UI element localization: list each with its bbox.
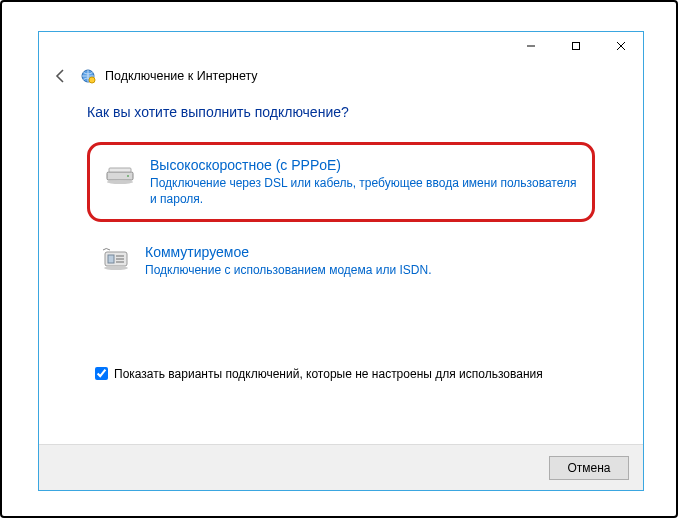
wizard-title: Подключение к Интернету	[105, 69, 258, 83]
option-dialup[interactable]: Коммутируемое Подключение с использовани…	[87, 234, 595, 288]
svg-rect-12	[116, 255, 124, 257]
show-unconfigured-checkbox[interactable]: Показать варианты подключений, которые н…	[87, 367, 595, 381]
wizard-header: Подключение к Интернету	[39, 62, 643, 96]
question-heading: Как вы хотите выполнить подключение?	[87, 104, 595, 120]
back-arrow-icon[interactable]	[51, 66, 71, 86]
option-description: Подключение через DSL или кабель, требую…	[150, 175, 578, 207]
svg-rect-6	[107, 172, 133, 180]
option-title: Высокоскоростное (с PPPoE)	[150, 157, 578, 173]
svg-point-9	[127, 175, 129, 177]
checkbox-input[interactable]	[95, 367, 108, 380]
modem-icon	[104, 157, 140, 187]
option-title: Коммутируемое	[145, 244, 432, 260]
highlight-annotation: Высокоскоростное (с PPPoE) Подключение ч…	[87, 142, 595, 222]
svg-rect-7	[109, 168, 131, 172]
content-area: Как вы хотите выполнить подключение? Выс…	[39, 96, 643, 444]
svg-rect-14	[116, 261, 124, 263]
maximize-button[interactable]	[553, 32, 598, 60]
globe-icon	[79, 67, 97, 85]
phone-modem-icon	[99, 244, 135, 274]
close-button[interactable]	[598, 32, 643, 60]
screenshot-frame: Подключение к Интернету Как вы хотите вы…	[0, 0, 678, 518]
option-description: Подключение с использованием модема или …	[145, 262, 432, 278]
svg-point-5	[89, 77, 95, 83]
svg-point-15	[104, 266, 128, 270]
footer-bar: Отмена	[39, 444, 643, 490]
cancel-button[interactable]: Отмена	[549, 456, 629, 480]
wizard-window: Подключение к Интернету Как вы хотите вы…	[38, 31, 644, 491]
minimize-button[interactable]	[508, 32, 553, 60]
svg-rect-13	[116, 258, 124, 260]
checkbox-label: Показать варианты подключений, которые н…	[114, 367, 543, 381]
svg-rect-11	[108, 255, 114, 263]
option-pppoe[interactable]: Высокоскоростное (с PPPoE) Подключение ч…	[92, 147, 590, 217]
svg-rect-1	[572, 43, 579, 50]
svg-point-8	[107, 180, 133, 184]
titlebar	[39, 32, 643, 62]
